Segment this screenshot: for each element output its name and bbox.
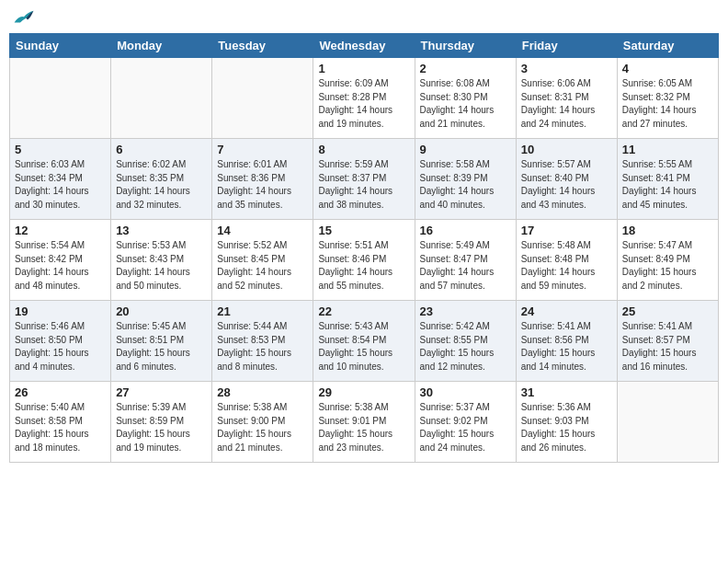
day-info: Sunrise: 5:41 AM Sunset: 8:56 PM Dayligh… [521,320,612,373]
day-number: 4 [622,62,713,75]
day-number: 14 [217,224,308,237]
calendar-cell: 22Sunrise: 5:43 AM Sunset: 8:54 PM Dayli… [313,301,415,382]
calendar-cell: 8Sunrise: 5:59 AM Sunset: 8:37 PM Daylig… [313,139,415,220]
day-number: 12 [15,224,106,237]
calendar-week-row: 1Sunrise: 6:09 AM Sunset: 8:28 PM Daylig… [10,58,719,139]
calendar-cell: 30Sunrise: 5:37 AM Sunset: 9:02 PM Dayli… [415,382,516,463]
day-number: 1 [318,62,409,75]
calendar-cell: 23Sunrise: 5:42 AM Sunset: 8:55 PM Dayli… [415,301,516,382]
calendar-cell: 10Sunrise: 5:57 AM Sunset: 8:40 PM Dayli… [516,139,617,220]
calendar-cell: 1Sunrise: 6:09 AM Sunset: 8:28 PM Daylig… [313,58,415,139]
day-info: Sunrise: 5:53 AM Sunset: 8:43 PM Dayligh… [116,239,207,293]
calendar-table: SundayMondayTuesdayWednesdayThursdayFrid… [9,33,719,463]
calendar-cell: 6Sunrise: 6:02 AM Sunset: 8:35 PM Daylig… [111,139,212,220]
calendar-week-row: 26Sunrise: 5:40 AM Sunset: 8:58 PM Dayli… [10,382,719,463]
day-info: Sunrise: 5:40 AM Sunset: 8:58 PM Dayligh… [15,401,106,454]
calendar-cell: 19Sunrise: 5:46 AM Sunset: 8:50 PM Dayli… [10,301,111,382]
logo-bird-icon [13,9,35,26]
day-number: 11 [622,143,713,156]
day-info: Sunrise: 6:05 AM Sunset: 8:32 PM Dayligh… [622,77,713,131]
day-info: Sunrise: 5:36 AM Sunset: 9:03 PM Dayligh… [521,401,612,454]
calendar-cell [212,58,313,139]
day-number: 19 [15,304,106,318]
day-info: Sunrise: 5:38 AM Sunset: 9:00 PM Dayligh… [217,401,308,454]
day-info: Sunrise: 5:42 AM Sunset: 8:55 PM Dayligh… [420,320,511,373]
day-number: 25 [622,304,713,318]
calendar-cell: 14Sunrise: 5:52 AM Sunset: 8:45 PM Dayli… [212,220,313,301]
day-number: 6 [116,143,207,156]
day-number: 7 [217,143,308,156]
day-number: 30 [420,385,511,399]
day-info: Sunrise: 5:55 AM Sunset: 8:41 PM Dayligh… [622,158,713,212]
day-info: Sunrise: 5:48 AM Sunset: 8:48 PM Dayligh… [521,239,612,293]
day-info: Sunrise: 6:03 AM Sunset: 8:34 PM Dayligh… [15,158,106,212]
calendar-header-row: SundayMondayTuesdayWednesdayThursdayFrid… [10,34,719,58]
day-number: 10 [521,143,612,156]
day-number: 21 [217,304,308,318]
calendar-cell [617,382,718,463]
calendar-cell: 2Sunrise: 6:08 AM Sunset: 8:30 PM Daylig… [415,58,516,139]
column-header-saturday: Saturday [617,34,718,58]
calendar-cell: 28Sunrise: 5:38 AM Sunset: 9:00 PM Dayli… [212,382,313,463]
calendar-cell: 24Sunrise: 5:41 AM Sunset: 8:56 PM Dayli… [516,301,617,382]
calendar-cell [111,58,212,139]
calendar-cell: 20Sunrise: 5:45 AM Sunset: 8:51 PM Dayli… [111,301,212,382]
day-number: 31 [521,385,612,399]
column-header-friday: Friday [516,34,617,58]
day-info: Sunrise: 5:54 AM Sunset: 8:42 PM Dayligh… [15,239,106,293]
calendar-cell: 17Sunrise: 5:48 AM Sunset: 8:48 PM Dayli… [516,220,617,301]
day-number: 28 [217,385,308,399]
day-info: Sunrise: 5:37 AM Sunset: 9:02 PM Dayligh… [420,401,511,454]
day-info: Sunrise: 5:47 AM Sunset: 8:49 PM Dayligh… [622,239,713,293]
day-info: Sunrise: 5:52 AM Sunset: 8:45 PM Dayligh… [217,239,308,293]
calendar-cell: 4Sunrise: 6:05 AM Sunset: 8:32 PM Daylig… [617,58,718,139]
column-header-thursday: Thursday [415,34,516,58]
calendar-cell: 27Sunrise: 5:39 AM Sunset: 8:59 PM Dayli… [111,382,212,463]
day-info: Sunrise: 5:49 AM Sunset: 8:47 PM Dayligh… [420,239,511,293]
calendar-cell: 15Sunrise: 5:51 AM Sunset: 8:46 PM Dayli… [313,220,415,301]
calendar-cell: 12Sunrise: 5:54 AM Sunset: 8:42 PM Dayli… [10,220,111,301]
logo [13,9,37,26]
calendar-cell: 18Sunrise: 5:47 AM Sunset: 8:49 PM Dayli… [617,220,718,301]
day-number: 20 [116,304,207,318]
day-number: 26 [15,385,106,399]
day-number: 29 [318,385,409,399]
day-info: Sunrise: 5:57 AM Sunset: 8:40 PM Dayligh… [521,158,612,212]
day-info: Sunrise: 5:58 AM Sunset: 8:39 PM Dayligh… [420,158,511,212]
day-info: Sunrise: 5:51 AM Sunset: 8:46 PM Dayligh… [318,239,409,293]
calendar-cell: 7Sunrise: 6:01 AM Sunset: 8:36 PM Daylig… [212,139,313,220]
calendar-week-row: 12Sunrise: 5:54 AM Sunset: 8:42 PM Dayli… [10,220,719,301]
calendar-cell: 9Sunrise: 5:58 AM Sunset: 8:39 PM Daylig… [415,139,516,220]
calendar-cell: 29Sunrise: 5:38 AM Sunset: 9:01 PM Dayli… [313,382,415,463]
calendar-week-row: 19Sunrise: 5:46 AM Sunset: 8:50 PM Dayli… [10,301,719,382]
calendar-week-row: 5Sunrise: 6:03 AM Sunset: 8:34 PM Daylig… [10,139,719,220]
day-info: Sunrise: 5:39 AM Sunset: 8:59 PM Dayligh… [116,401,207,454]
calendar-cell: 26Sunrise: 5:40 AM Sunset: 8:58 PM Dayli… [10,382,111,463]
day-number: 23 [420,304,511,318]
day-number: 3 [521,62,612,75]
day-info: Sunrise: 5:59 AM Sunset: 8:37 PM Dayligh… [318,158,409,212]
calendar-cell: 11Sunrise: 5:55 AM Sunset: 8:41 PM Dayli… [617,139,718,220]
day-info: Sunrise: 6:09 AM Sunset: 8:28 PM Dayligh… [318,77,409,131]
page-header [9,9,719,26]
day-info: Sunrise: 5:45 AM Sunset: 8:51 PM Dayligh… [116,320,207,373]
calendar-cell: 3Sunrise: 6:06 AM Sunset: 8:31 PM Daylig… [516,58,617,139]
day-number: 27 [116,385,207,399]
day-info: Sunrise: 5:38 AM Sunset: 9:01 PM Dayligh… [318,401,409,454]
day-number: 13 [116,224,207,237]
day-number: 24 [521,304,612,318]
calendar-cell: 25Sunrise: 5:41 AM Sunset: 8:57 PM Dayli… [617,301,718,382]
calendar-cell [10,58,111,139]
column-header-tuesday: Tuesday [212,34,313,58]
column-header-monday: Monday [111,34,212,58]
column-header-wednesday: Wednesday [313,34,415,58]
calendar-cell: 13Sunrise: 5:53 AM Sunset: 8:43 PM Dayli… [111,220,212,301]
day-number: 15 [318,224,409,237]
day-info: Sunrise: 5:41 AM Sunset: 8:57 PM Dayligh… [622,320,713,373]
day-info: Sunrise: 5:46 AM Sunset: 8:50 PM Dayligh… [15,320,106,373]
day-info: Sunrise: 6:06 AM Sunset: 8:31 PM Dayligh… [521,77,612,131]
day-info: Sunrise: 6:08 AM Sunset: 8:30 PM Dayligh… [420,77,511,131]
day-info: Sunrise: 5:44 AM Sunset: 8:53 PM Dayligh… [217,320,308,373]
calendar-cell: 21Sunrise: 5:44 AM Sunset: 8:53 PM Dayli… [212,301,313,382]
day-info: Sunrise: 6:01 AM Sunset: 8:36 PM Dayligh… [217,158,308,212]
